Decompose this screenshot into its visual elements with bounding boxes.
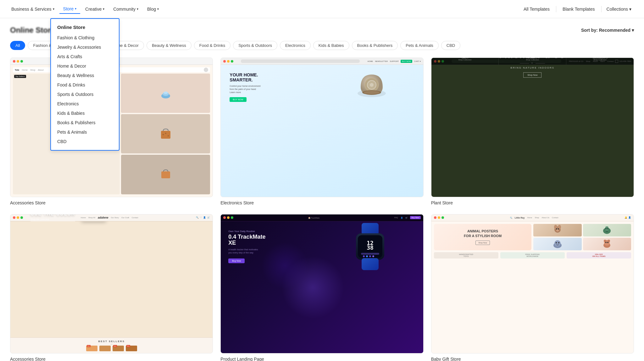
chevron-icon-blog: ▾ xyxy=(157,7,159,11)
svg-rect-14 xyxy=(161,171,170,178)
template-thumb-plant: PRICKLES & CO Shop About Nav3 Contact 12… xyxy=(431,58,634,197)
sort-by-control[interactable]: Sort by: Recommended ▾ xyxy=(581,28,634,33)
sort-value: Recommended ▾ xyxy=(599,28,634,33)
svg-point-65 xyxy=(608,240,610,242)
nav-blog[interactable]: Blog ▾ xyxy=(143,5,163,14)
svg-point-64 xyxy=(604,240,606,242)
svg-point-43 xyxy=(369,255,371,257)
dropdown-item-beauty[interactable]: Beauty & Wellness xyxy=(51,71,119,80)
template-thumb-baby: 🔍 Little Ray Home Shop About Us Contact … xyxy=(431,214,634,354)
template-card-baby[interactable]: 🔍 Little Ray Home Shop About Us Contact … xyxy=(431,214,634,361)
dropdown-item-jewelry[interactable]: Jewelry & Accessories xyxy=(51,42,119,52)
svg-point-44 xyxy=(372,255,374,257)
dropdown-header: Online Store xyxy=(51,23,119,33)
filter-tab-sports[interactable]: Sports & Outdoors xyxy=(233,41,277,50)
nav-business-services[interactable]: Business & Services ▾ xyxy=(8,5,58,14)
template-name-electronics: Electronics Store xyxy=(220,200,423,205)
nav-label-business: Business & Services xyxy=(11,7,52,12)
svg-rect-10 xyxy=(161,131,170,139)
svg-point-61 xyxy=(558,242,559,243)
template-card-electronics[interactable]: HOME NEWSLETTER SUPPORT BUY NOW CART ▾ Y… xyxy=(220,58,423,205)
filter-tab-books[interactable]: Books & Publishers xyxy=(352,41,398,50)
nav-blank-templates[interactable]: Blank Templates xyxy=(556,5,601,14)
svg-point-9 xyxy=(164,92,168,94)
store-dropdown: Online Store Fashion & Clothing Jewelry … xyxy=(50,18,119,151)
filter-tab-food[interactable]: Food & Drinks xyxy=(194,41,230,50)
template-card-tracker[interactable]: 🏠 TrackMate FAQ 👤 🛒 Buy Now xyxy=(220,214,423,361)
dropdown-item-sports[interactable]: Sports & Outdoors xyxy=(51,90,119,99)
template-thumb-tracker: 🏠 TrackMate FAQ 👤 🛒 Buy Now xyxy=(220,214,423,354)
svg-point-11 xyxy=(163,134,164,135)
template-name-tracker: Product Landing Page xyxy=(220,357,423,361)
nav-label-blog: Blog xyxy=(147,7,156,12)
chevron-icon-business: ▾ xyxy=(53,7,54,11)
dropdown-item-food[interactable]: Food & Drinks xyxy=(51,80,119,90)
template-name-plant: Plant Store xyxy=(431,200,634,205)
svg-point-56 xyxy=(607,228,608,229)
svg-point-42 xyxy=(366,255,368,257)
dropdown-item-pets[interactable]: Pets & Animals xyxy=(51,127,119,137)
navbar: Business & Services ▾ Store ▾ Creative ▾… xyxy=(0,0,644,18)
svg-rect-34 xyxy=(362,223,379,235)
dropdown-item-fashion[interactable]: Fashion & Clothing xyxy=(51,33,119,42)
nav-label-community: Community xyxy=(113,7,136,12)
svg-point-51 xyxy=(556,228,557,230)
chevron-icon-collections: ▾ xyxy=(629,7,631,12)
template-card-plant[interactable]: PRICKLES & CO Shop About Nav3 Contact 12… xyxy=(431,58,634,205)
nav-label-creative: Creative xyxy=(85,7,102,12)
dropdown-item-books[interactable]: Books & Publishers xyxy=(51,118,119,127)
dropdown-item-cbd[interactable]: CBD xyxy=(51,137,119,146)
filter-tab-cbd[interactable]: CBD xyxy=(441,41,460,50)
nav-store[interactable]: Store ▾ xyxy=(59,4,80,14)
chevron-icon-store: ▾ xyxy=(75,7,76,10)
template-name-accessories-1: Accessories Store xyxy=(10,200,213,205)
svg-point-41 xyxy=(363,255,365,257)
svg-text:38: 38 xyxy=(367,244,374,251)
dropdown-item-electronics[interactable]: Electronics xyxy=(51,99,119,108)
svg-rect-46 xyxy=(362,258,379,270)
svg-rect-40 xyxy=(361,253,379,255)
svg-point-12 xyxy=(165,133,166,134)
filter-tab-pets[interactable]: Pets & Animals xyxy=(400,41,438,50)
svg-point-67 xyxy=(607,242,608,243)
template-name-accessories-2: Accessories Store xyxy=(10,357,213,361)
svg-point-20 xyxy=(364,91,380,94)
template-thumb-electronics: HOME NEWSLETTER SUPPORT BUY NOW CART ▾ Y… xyxy=(220,58,423,197)
dropdown-item-kids[interactable]: Kids & Babies xyxy=(51,108,119,118)
svg-point-57 xyxy=(606,231,608,232)
filter-tab-electronics[interactable]: Electronics xyxy=(280,41,311,50)
navbar-left: Business & Services ▾ Store ▾ Creative ▾… xyxy=(8,4,517,14)
svg-point-52 xyxy=(558,228,559,230)
svg-point-13 xyxy=(168,135,169,136)
svg-point-60 xyxy=(556,242,557,243)
chevron-icon-creative: ▾ xyxy=(103,7,104,11)
nav-creative[interactable]: Creative ▾ xyxy=(81,5,108,14)
template-thumb-clothing: Home Shop All adalene Our Story Our Craf… xyxy=(10,214,213,354)
svg-point-59 xyxy=(554,240,561,247)
nav-label-store: Store xyxy=(63,6,74,11)
nav-collections-label: Collections xyxy=(607,7,628,12)
sort-label: Sort by: xyxy=(581,28,598,33)
nav-all-templates[interactable]: All Templates xyxy=(517,5,556,14)
nav-community[interactable]: Community ▾ xyxy=(109,5,142,14)
filter-tab-kids[interactable]: Kids & Babies xyxy=(313,41,349,50)
dropdown-item-arts[interactable]: Arts & Crafts xyxy=(51,52,119,61)
svg-point-66 xyxy=(605,242,607,243)
chevron-icon-community: ▾ xyxy=(137,7,138,11)
filter-tab-all[interactable]: All xyxy=(10,41,25,50)
filter-tab-beauty[interactable]: Beauty & Wellness xyxy=(147,41,192,50)
navbar-right: All Templates Blank Templates Collection… xyxy=(517,5,636,14)
dropdown-item-home[interactable]: Home & Decor xyxy=(51,61,119,71)
template-name-baby: Baby Gift Store xyxy=(431,357,634,361)
template-card-accessories-2[interactable]: Home Shop All adalene Our Story Our Craf… xyxy=(10,214,213,361)
svg-point-55 xyxy=(605,228,607,229)
nav-collections[interactable]: Collections ▾ xyxy=(602,5,636,14)
svg-point-18 xyxy=(370,83,374,87)
